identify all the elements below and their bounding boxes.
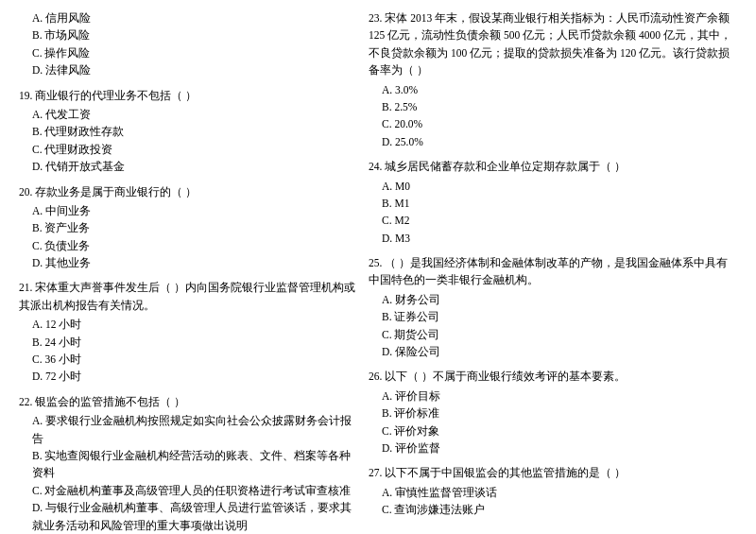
- question-21-title: 21. 宋体重大声誉事件发生后（ ）内向国务院银行业监督管理机构或其派出机构报告…: [19, 279, 359, 314]
- q22-option-c: C. 对金融机构董事及高级管理人员的任职资格进行考试审查核准: [19, 482, 359, 499]
- q22-option-b: B. 实地查阅银行业金融机构经营活动的账表、文件、档案等各种资料: [19, 447, 359, 482]
- question-27: 27. 以下不属于中国银监会的其他监管措施的是（ ） A. 审慎性监督管理谈话 …: [369, 464, 737, 518]
- question-19: 19. 商业银行的代理业务不包括（ ） A. 代发工资 B. 代理财政性存款 C…: [19, 87, 359, 176]
- q23-option-b: B. 2.5%: [369, 98, 737, 115]
- q25-option-b: B. 证券公司: [369, 308, 737, 325]
- q27-option-c: C. 查询涉嫌违法账户: [369, 501, 737, 518]
- left-column: A. 信用风险 B. 市场风险 C. 操作风险 D. 法律风险 19. 商业银行…: [19, 9, 359, 534]
- q20-option-d: D. 其他业务: [19, 254, 359, 271]
- q24-option-c: C. M2: [369, 212, 737, 229]
- q21-option-a: A. 12 小时: [19, 316, 359, 333]
- question-20: 20. 存款业务是属于商业银行的（ ） A. 中间业务 B. 资产业务 C. 负…: [19, 183, 359, 272]
- q23-option-c: C. 20.0%: [369, 115, 737, 132]
- q26-option-a: A. 评价目标: [369, 388, 737, 405]
- question-block-prev: A. 信用风险 B. 市场风险 C. 操作风险 D. 法律风险: [19, 9, 359, 79]
- q24-option-a: A. M0: [369, 178, 737, 195]
- option-b: B. 市场风险: [19, 26, 359, 43]
- q27-option-a: A. 审慎性监督管理谈话: [369, 484, 737, 501]
- question-24: 24. 城乡居民储蓄存款和企业单位定期存款属于（ ） A. M0 B. M1 C…: [369, 158, 737, 247]
- question-26-title: 26. 以下（ ）不属于商业银行绩效考评的基本要素。: [369, 368, 737, 385]
- question-24-title: 24. 城乡居民储蓄存款和企业单位定期存款属于（ ）: [369, 158, 737, 175]
- page-container: A. 信用风险 B. 市场风险 C. 操作风险 D. 法律风险 19. 商业银行…: [19, 9, 737, 534]
- question-22: 22. 银监会的监管措施不包括（ ） A. 要求银行业金融机构按照规定如实向社会…: [19, 393, 359, 534]
- q21-option-d: D. 72 小时: [19, 368, 359, 385]
- q26-option-c: C. 评价对象: [369, 422, 737, 439]
- question-23-title: 23. 宋体 2013 年末，假设某商业银行相关指标为：人民币流动性资产余额 1…: [369, 9, 737, 79]
- q22-option-d: D. 与银行业金融机构董事、高级管理人员进行监管谈话，要求其就业务活动和风险管理…: [19, 499, 359, 534]
- question-23: 23. 宋体 2013 年末，假设某商业银行相关指标为：人民币流动性资产余额 1…: [369, 9, 737, 150]
- q20-option-a: A. 中间业务: [19, 202, 359, 219]
- q25-option-a: A. 财务公司: [369, 291, 737, 308]
- q21-option-c: C. 36 小时: [19, 351, 359, 368]
- right-column: 23. 宋体 2013 年末，假设某商业银行相关指标为：人民币流动性资产余额 1…: [369, 9, 737, 534]
- q25-option-c: C. 期货公司: [369, 326, 737, 343]
- q19-option-d: D. 代销开放式基金: [19, 158, 359, 175]
- question-27-title: 27. 以下不属于中国银监会的其他监管措施的是（ ）: [369, 464, 737, 481]
- q23-option-a: A. 3.0%: [369, 81, 737, 98]
- q19-option-a: A. 代发工资: [19, 106, 359, 123]
- question-25: 25. （ ）是我国经济体制和金融体制改革的产物，是我国金融体系中具有中国特色的…: [369, 254, 737, 360]
- option-c: C. 操作风险: [19, 44, 359, 61]
- q26-option-b: B. 评价标准: [369, 405, 737, 422]
- q19-option-c: C. 代理财政投资: [19, 141, 359, 158]
- option-a: A. 信用风险: [19, 9, 359, 26]
- question-20-title: 20. 存款业务是属于商业银行的（ ）: [19, 183, 359, 200]
- q20-option-b: B. 资产业务: [19, 219, 359, 236]
- question-26: 26. 以下（ ）不属于商业银行绩效考评的基本要素。 A. 评价目标 B. 评价…: [369, 368, 737, 456]
- option-d: D. 法律风险: [19, 61, 359, 78]
- q22-option-a: A. 要求银行业金融机构按照规定如实向社会公众披露财务会计报告: [19, 412, 359, 447]
- q25-option-d: D. 保险公司: [369, 343, 737, 360]
- q19-option-b: B. 代理财政性存款: [19, 123, 359, 140]
- q23-option-d: D. 25.0%: [369, 133, 737, 150]
- q21-option-b: B. 24 小时: [19, 334, 359, 351]
- question-19-title: 19. 商业银行的代理业务不包括（ ）: [19, 87, 359, 104]
- q24-option-b: B. M1: [369, 195, 737, 212]
- q20-option-c: C. 负债业务: [19, 237, 359, 254]
- q24-option-d: D. M3: [369, 230, 737, 247]
- two-column-layout: A. 信用风险 B. 市场风险 C. 操作风险 D. 法律风险 19. 商业银行…: [19, 9, 737, 534]
- question-25-title: 25. （ ）是我国经济体制和金融体制改革的产物，是我国金融体系中具有中国特色的…: [369, 254, 737, 289]
- q26-option-d: D. 评价监督: [369, 439, 737, 456]
- question-22-title: 22. 银监会的监管措施不包括（ ）: [19, 393, 359, 410]
- question-21: 21. 宋体重大声誉事件发生后（ ）内向国务院银行业监督管理机构或其派出机构报告…: [19, 279, 359, 385]
